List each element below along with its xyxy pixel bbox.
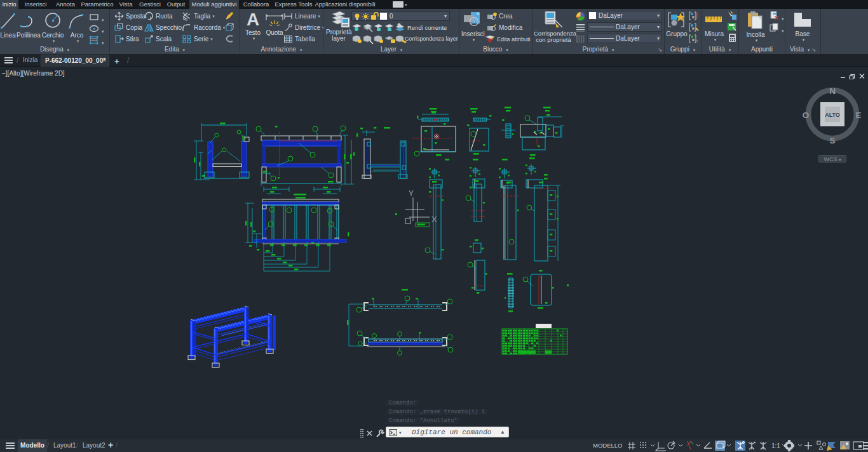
svg-text:1:1: 1:1 <box>771 442 780 449</box>
svg-text:ALTO: ALTO <box>825 112 840 118</box>
svg-text:Y: Y <box>409 189 414 198</box>
svg-text:X: X <box>431 215 437 224</box>
svg-text:N: N <box>829 86 836 96</box>
svg-text:E: E <box>855 110 861 120</box>
svg-text:S: S <box>829 136 835 145</box>
svg-text:O: O <box>803 110 810 120</box>
